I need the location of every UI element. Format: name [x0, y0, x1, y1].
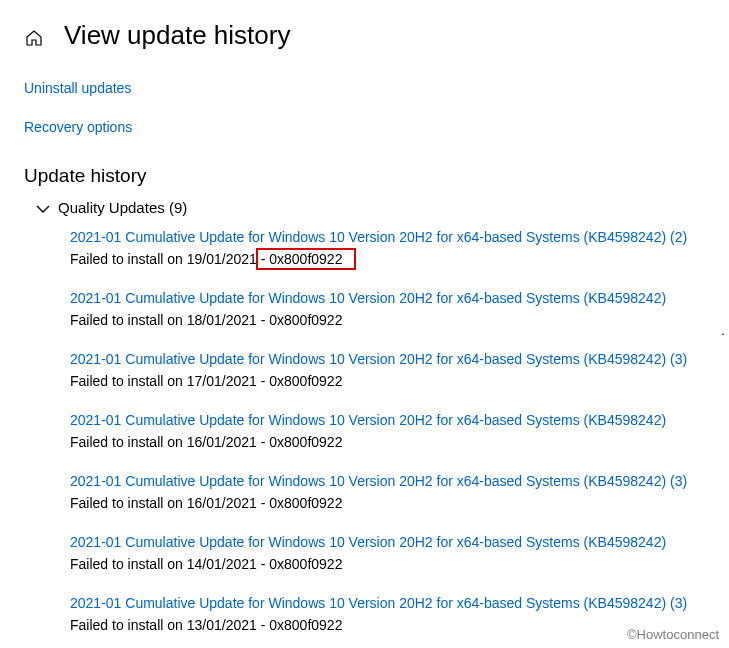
update-item: 2021-01 Cumulative Update for Windows 10…	[70, 594, 705, 633]
update-title-link[interactable]: 2021-01 Cumulative Update for Windows 10…	[70, 595, 687, 611]
watermark: ©Howtoconnect	[627, 627, 719, 642]
update-status: Failed to install on 16/01/2021 - 0x800f…	[70, 495, 705, 511]
error-code-highlight	[256, 248, 356, 270]
update-status: Failed to install on 18/01/2021 - 0x800f…	[70, 312, 705, 328]
update-status: Failed to install on 17/01/2021 - 0x800f…	[70, 373, 705, 389]
decorative-dot: .	[721, 322, 725, 338]
update-item: 2021-01 Cumulative Update for Windows 10…	[70, 411, 705, 450]
update-status: Failed to install on 14/01/2021 - 0x800f…	[70, 556, 705, 572]
update-title-link[interactable]: 2021-01 Cumulative Update for Windows 10…	[70, 351, 687, 367]
update-item: 2021-01 Cumulative Update for Windows 10…	[70, 533, 705, 572]
update-title-link[interactable]: 2021-01 Cumulative Update for Windows 10…	[70, 229, 687, 245]
uninstall-updates-link[interactable]: Uninstall updates	[24, 80, 131, 96]
home-icon[interactable]	[24, 28, 44, 48]
group-title: Quality Updates (9)	[58, 199, 187, 216]
section-heading: Update history	[0, 165, 729, 187]
update-status: Failed to install on 16/01/2021 - 0x800f…	[70, 434, 705, 450]
update-title-link[interactable]: 2021-01 Cumulative Update for Windows 10…	[70, 290, 666, 306]
group-toggle-quality-updates[interactable]: Quality Updates (9)	[0, 199, 729, 216]
update-title-link[interactable]: 2021-01 Cumulative Update for Windows 10…	[70, 473, 687, 489]
update-item: 2021-01 Cumulative Update for Windows 10…	[70, 350, 705, 389]
update-status: Failed to install on 19/01/2021 - 0x800f…	[70, 251, 705, 267]
update-title-link[interactable]: 2021-01 Cumulative Update for Windows 10…	[70, 534, 666, 550]
update-item: 2021-01 Cumulative Update for Windows 10…	[70, 228, 705, 267]
update-status: Failed to install on 13/01/2021 - 0x800f…	[70, 617, 705, 633]
chevron-down-icon	[34, 200, 52, 216]
update-item: 2021-01 Cumulative Update for Windows 10…	[70, 289, 705, 328]
update-title-link[interactable]: 2021-01 Cumulative Update for Windows 10…	[70, 412, 666, 428]
update-item: 2021-01 Cumulative Update for Windows 10…	[70, 472, 705, 511]
page-title: View update history	[64, 20, 290, 51]
recovery-options-link[interactable]: Recovery options	[24, 119, 132, 135]
